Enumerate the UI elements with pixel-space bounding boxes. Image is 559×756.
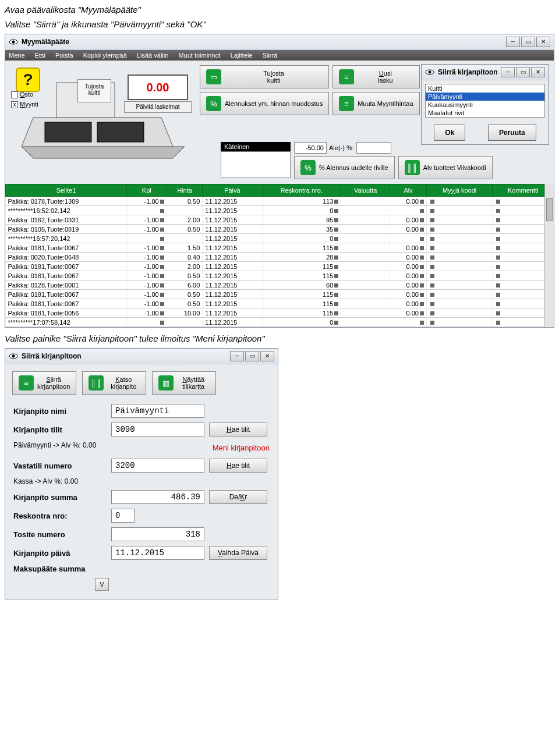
paivita-laskelmat-button[interactable]: Päivitä laskelmat [124,101,192,113]
table-header[interactable]: Hinta [167,184,203,197]
kirjanpito-nimi-input[interactable] [111,404,204,418]
table-cell: 0.00 [390,197,427,206]
alennukset-button[interactable]: % Alennukset ym. hinnan muodostus [200,92,329,115]
hae-tilit-button-1[interactable]: Hae tilit [209,423,267,436]
menu-lajittele[interactable]: Lajittele [231,52,253,59]
minimize-button[interactable]: ─ [506,37,520,47]
table-row[interactable]: Paikka: 0105,Tuote:0819-1.000.5011.12.20… [6,225,554,234]
close-button[interactable]: ✕ [536,37,550,47]
vaihda-paiva-button[interactable]: Vaihda Päivä [209,546,267,560]
uusi-lasku-button[interactable]: ≡ Uusilasku [332,65,419,88]
table-row[interactable]: Paikka: 0181,Tuote:0056-1.0010.0011.12.2… [6,308,554,318]
peruuta-button[interactable]: Peruuta [488,125,536,141]
help-icon[interactable]: ? [16,68,40,92]
menu-kopioi[interactable]: Kopioi ylempää [83,52,127,59]
win2-close[interactable]: ✕ [260,351,274,361]
table-row[interactable]: Paikka: 0020,Tuote:0648-1.000.4011.12.20… [6,253,554,262]
katso-kirjanpito-button[interactable]: ║║ Katsokirjanpito [82,371,146,395]
table-header[interactable]: Valuutta [341,184,390,197]
table-cell: 11.12.2015 [203,225,262,234]
win2-minimize[interactable]: ─ [230,351,244,361]
table-cell: 0.50 [167,271,203,281]
sales-table: Selite1KplHintaPäiväReskontra nro.Valuut… [5,184,554,327]
tulosta-kuitti-button-2[interactable]: ▭ Tulostakuitti [200,65,329,88]
option-kuitti[interactable]: Kuitti [426,84,544,93]
table-header[interactable]: Päivä [203,184,262,197]
dialog-minimize[interactable]: ─ [501,67,515,77]
table-cell: 11.12.2015 [203,206,262,215]
table-cell: 10.00 [167,308,203,318]
table-row[interactable]: Paikka: 0162,Tuote:0331-1.002.0011.12.20… [6,215,554,225]
table-cell: 0.00 [390,215,427,225]
option-paivamyynti[interactable]: Päivämyynti [426,93,544,101]
table-cell: -1.00 [126,299,167,308]
table-cell: 11.12.2015 [203,318,262,327]
table-row[interactable]: Paikka: 0181,Tuote:0067-1.000.5011.12.20… [6,271,554,281]
table-cell: **********17:07:58,142 [6,318,127,327]
table-row[interactable]: Paikka: 0178,Tuote:1309-1.000.5011.12.20… [6,197,554,206]
summa-input[interactable] [111,490,204,504]
table-cell: -1.00 [126,271,167,281]
hae-tilit-button-2[interactable]: Hae tilit [209,459,267,473]
table-row[interactable]: Paikka: 0181,Tuote:0067-1.002.0011.12.20… [6,262,554,271]
table-row[interactable]: Paikka: 0128,Tuote:0001-1.006.0011.12.20… [6,281,554,290]
table-row[interactable]: **********17:07:58,14211.12.20150 [6,318,554,327]
table-cell: Paikka: 0181,Tuote:0067 [6,290,127,299]
option-maalatut[interactable]: Maalatut rivit [426,109,544,117]
dialog-maximize[interactable]: ▭ [516,67,530,77]
reskontra-input[interactable] [111,509,135,523]
siirra-options-list[interactable]: Kuitti Päivämyynti Kuukausimyynti Maalat… [425,84,545,118]
table-cell: 1.50 [167,243,203,253]
v-button[interactable]: V [95,578,109,591]
table-cell: 0 [262,234,341,243]
menu-muut[interactable]: Muut toiminnot [178,52,220,59]
win2-maximize[interactable]: ▭ [245,351,259,361]
reskontra-label: Reskontra nro: [13,512,107,520]
receipt-icon: ▭ [206,69,221,84]
table-row[interactable]: Paikka: 0181,Tuote:0067-1.001.5011.12.20… [6,243,554,253]
table-cell: 0.00 [390,253,427,262]
ok-button[interactable]: Ok [434,125,465,141]
kirjanpito-tilit-input[interactable] [111,423,204,436]
muuta-hintaa-button[interactable]: ≡ Muuta Myyntihintaa [332,92,419,115]
menu-poista[interactable]: Poista [55,52,73,59]
register-image: ? OOstosto XMyynti Tulostakuitti 0.00 Pä… [10,65,196,164]
myynti-checkbox[interactable]: XMyynti [11,101,38,108]
table-row[interactable]: **********16:57:20,14211.12.20150 [6,234,554,243]
table-row[interactable]: Paikka: 0181,Tuote:0067-1.000.5011.12.20… [6,299,554,308]
menu-lisaa[interactable]: Lisää väliin [137,52,168,59]
option-kuukausimyynti[interactable]: Kuukausimyynti [426,101,544,109]
menu-etsi[interactable]: Etsi [35,52,45,59]
list2-icon: ≡ [339,96,354,111]
vertical-scrollbar[interactable] [544,184,554,327]
toolbar-area: ? OOstosto XMyynti Tulostakuitti 0.00 Pä… [5,61,554,169]
table-cell [426,290,492,299]
siirra-kirjanpitoon-button[interactable]: ≡ Siirräkirjanpitoon [12,371,76,395]
table-cell: **********16:57:20,142 [6,234,127,243]
table-cell [426,253,492,262]
dialog-close[interactable]: ✕ [531,67,545,77]
table-header[interactable]: Selite1 [6,184,127,197]
paiva-input[interactable] [111,546,204,560]
table-row[interactable]: **********16:52:02,14211.12.20150 [6,206,554,215]
table-cell [167,206,203,215]
maximize-button[interactable]: ▭ [521,37,535,47]
nayttaa-tilikartta-button[interactable]: ▥ Näyttäätilikartta [152,371,216,395]
table-header[interactable]: Alv [390,184,427,197]
dekr-button[interactable]: De/Kr [209,490,267,504]
table-cell [341,318,390,327]
tosite-input[interactable] [111,527,204,541]
menu-siirra[interactable]: Siirrä [263,52,278,59]
table-row[interactable]: Paikka: 0181,Tuote:0067-1.000.5011.12.20… [6,290,554,299]
table-cell: 11.12.2015 [203,262,262,271]
scrollbar-thumb[interactable] [546,198,553,221]
table-cell: 11.12.2015 [203,215,262,225]
table-header[interactable]: Kpl [126,184,167,197]
menu-mene[interactable]: Mene [9,52,25,59]
tulosta-kuitti-button-1[interactable]: Tulostakuitti [77,79,111,102]
vastatili-input[interactable] [111,459,204,473]
osto-checkbox[interactable]: OOstosto [11,91,38,98]
table-cell: Paikka: 0181,Tuote:0067 [6,243,127,253]
table-header[interactable]: Myyjä koodi [426,184,492,197]
table-header[interactable]: Reskontra nro. [262,184,341,197]
